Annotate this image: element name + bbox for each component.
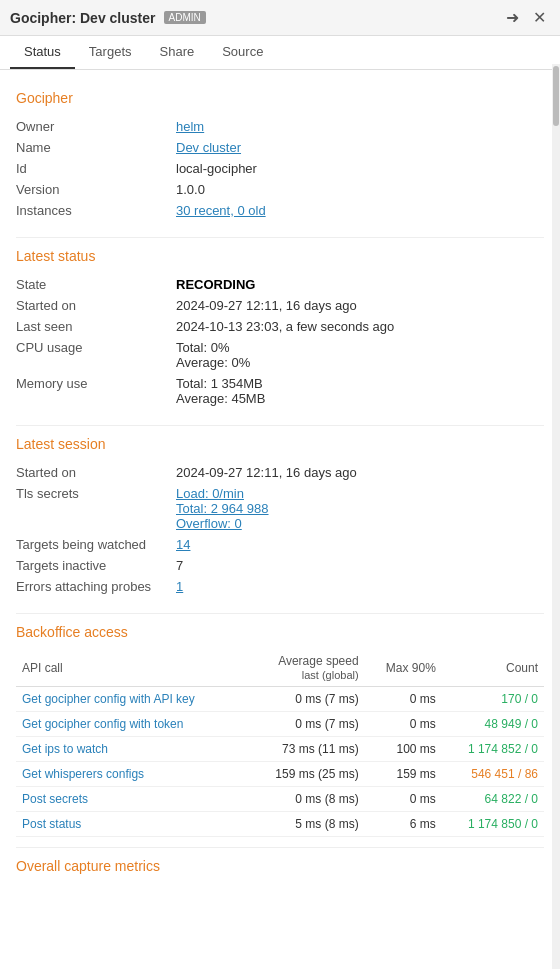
gocipher-section-title: Gocipher — [16, 90, 544, 106]
session-targets-inactive-row: Targets inactive 7 — [16, 555, 544, 576]
col-max90: Max 90% — [365, 650, 442, 687]
scrollbar[interactable] — [552, 64, 560, 969]
backoffice-table: API call Average speedlast (global) Max … — [16, 650, 544, 837]
backoffice-section-title: Backoffice access — [16, 624, 544, 640]
gocipher-name-row: Name Dev cluster — [16, 137, 544, 158]
gocipher-version-label: Version — [16, 179, 176, 200]
status-lastseen-label: Last seen — [16, 316, 176, 337]
api-call-4: Get whisperers configs — [16, 762, 246, 787]
gocipher-version-row: Version 1.0.0 — [16, 179, 544, 200]
api-call-2: Get gocipher config with token — [16, 712, 246, 737]
session-tls-label: Tls secrets — [16, 483, 176, 534]
max90-1: 0 ms — [365, 687, 442, 712]
tab-targets[interactable]: Targets — [75, 36, 146, 69]
table-row: Get ips to watch 73 ms (11 ms) 100 ms 1 … — [16, 737, 544, 762]
avg-speed-1: 0 ms (7 ms) — [246, 687, 365, 712]
count-3: 1 174 852 / 0 — [442, 737, 544, 762]
pin-button[interactable]: ➜ — [502, 6, 523, 29]
count-4: 546 451 / 86 — [442, 762, 544, 787]
session-targets-watched-value[interactable]: 14 — [176, 537, 190, 552]
tab-source[interactable]: Source — [208, 36, 277, 69]
gocipher-name-label: Name — [16, 137, 176, 158]
count-2: 48 949 / 0 — [442, 712, 544, 737]
session-started-label: Started on — [16, 462, 176, 483]
max90-4: 159 ms — [365, 762, 442, 787]
session-errors-label: Errors attaching probes — [16, 576, 176, 597]
gocipher-instances-label: Instances — [16, 200, 176, 221]
gocipher-instances-row: Instances 30 recent, 0 old — [16, 200, 544, 221]
status-state-value: RECORDING — [176, 277, 255, 292]
avg-speed-5: 0 ms (8 ms) — [246, 787, 365, 812]
status-memory-row: Memory use Total: 1 354MBAverage: 45MB — [16, 373, 544, 409]
status-memory-label: Memory use — [16, 373, 176, 409]
col-api-call: API call — [16, 650, 246, 687]
status-started-row: Started on 2024-09-27 12:11, 16 days ago — [16, 295, 544, 316]
session-errors-value[interactable]: 1 — [176, 579, 183, 594]
col-count: Count — [442, 650, 544, 687]
gocipher-section: Gocipher Owner helm Name Dev cluster Id … — [16, 90, 544, 221]
gocipher-name-value[interactable]: Dev cluster — [176, 140, 241, 155]
session-targets-inactive-label: Targets inactive — [16, 555, 176, 576]
avg-speed-6: 5 ms (8 ms) — [246, 812, 365, 837]
status-lastseen-row: Last seen 2024-10-13 23:03, a few second… — [16, 316, 544, 337]
status-cpu-label: CPU usage — [16, 337, 176, 373]
status-state-label: State — [16, 274, 176, 295]
gocipher-version-value: 1.0.0 — [176, 182, 205, 197]
max90-6: 6 ms — [365, 812, 442, 837]
gocipher-owner-value[interactable]: helm — [176, 119, 204, 134]
gocipher-owner-row: Owner helm — [16, 116, 544, 137]
status-cpu-value: Total: 0%Average: 0% — [176, 340, 250, 370]
latest-status-section: Latest status State RECORDING Started on… — [16, 248, 544, 409]
window-title: Gocipher: Dev cluster — [10, 10, 156, 26]
avg-speed-2: 0 ms (7 ms) — [246, 712, 365, 737]
session-started-row: Started on 2024-09-27 12:11, 16 days ago — [16, 462, 544, 483]
max90-3: 100 ms — [365, 737, 442, 762]
latest-status-table: State RECORDING Started on 2024-09-27 12… — [16, 274, 544, 409]
title-bar-left: Gocipher: Dev cluster ADMIN — [10, 10, 206, 26]
api-call-1: Get gocipher config with API key — [16, 687, 246, 712]
session-errors-row: Errors attaching probes 1 — [16, 576, 544, 597]
admin-badge: ADMIN — [164, 11, 206, 24]
title-bar-right: ➜ ✕ — [502, 6, 550, 29]
latest-status-title: Latest status — [16, 248, 544, 264]
avg-speed-4: 159 ms (25 ms) — [246, 762, 365, 787]
tab-status[interactable]: Status — [10, 36, 75, 69]
session-targets-watched-label: Targets being watched — [16, 534, 176, 555]
status-memory-value: Total: 1 354MBAverage: 45MB — [176, 376, 265, 406]
api-call-6: Post status — [16, 812, 246, 837]
api-call-5: Post secrets — [16, 787, 246, 812]
overall-capture-title: Overall capture metrics — [16, 858, 544, 874]
backoffice-table-header: API call Average speedlast (global) Max … — [16, 650, 544, 687]
max90-2: 0 ms — [365, 712, 442, 737]
col-avg-speed: Average speedlast (global) — [246, 650, 365, 687]
latest-session-section: Latest session Started on 2024-09-27 12:… — [16, 436, 544, 597]
overall-capture-section: Overall capture metrics — [16, 858, 544, 874]
table-row: Post status 5 ms (8 ms) 6 ms 1 174 850 /… — [16, 812, 544, 837]
status-started-label: Started on — [16, 295, 176, 316]
session-targets-inactive-value: 7 — [176, 558, 183, 573]
table-row: Get whisperers configs 159 ms (25 ms) 15… — [16, 762, 544, 787]
session-targets-watched-row: Targets being watched 14 — [16, 534, 544, 555]
max90-5: 0 ms — [365, 787, 442, 812]
gocipher-id-row: Id local-gocipher — [16, 158, 544, 179]
session-tls-value[interactable]: Load: 0/minTotal: 2 964 988Overflow: 0 — [176, 486, 269, 531]
count-5: 64 822 / 0 — [442, 787, 544, 812]
gocipher-instances-value[interactable]: 30 recent, 0 old — [176, 203, 266, 218]
table-row: Get gocipher config with token 0 ms (7 m… — [16, 712, 544, 737]
api-call-3: Get ips to watch — [16, 737, 246, 762]
close-button[interactable]: ✕ — [529, 6, 550, 29]
status-lastseen-value: 2024-10-13 23:03, a few seconds ago — [176, 319, 394, 334]
tabs-bar: Status Targets Share Source — [0, 36, 560, 70]
status-started-value: 2024-09-27 12:11, 16 days ago — [176, 298, 357, 313]
scrollbar-thumb — [553, 66, 559, 126]
latest-session-table: Started on 2024-09-27 12:11, 16 days ago… — [16, 462, 544, 597]
gocipher-info-table: Owner helm Name Dev cluster Id local-goc… — [16, 116, 544, 221]
table-row: Post secrets 0 ms (8 ms) 0 ms 64 822 / 0 — [16, 787, 544, 812]
gocipher-owner-label: Owner — [16, 116, 176, 137]
session-tls-row: Tls secrets Load: 0/minTotal: 2 964 988O… — [16, 483, 544, 534]
gocipher-id-value: local-gocipher — [176, 161, 257, 176]
status-cpu-row: CPU usage Total: 0%Average: 0% — [16, 337, 544, 373]
tab-share[interactable]: Share — [146, 36, 209, 69]
session-started-value: 2024-09-27 12:11, 16 days ago — [176, 465, 357, 480]
count-6: 1 174 850 / 0 — [442, 812, 544, 837]
